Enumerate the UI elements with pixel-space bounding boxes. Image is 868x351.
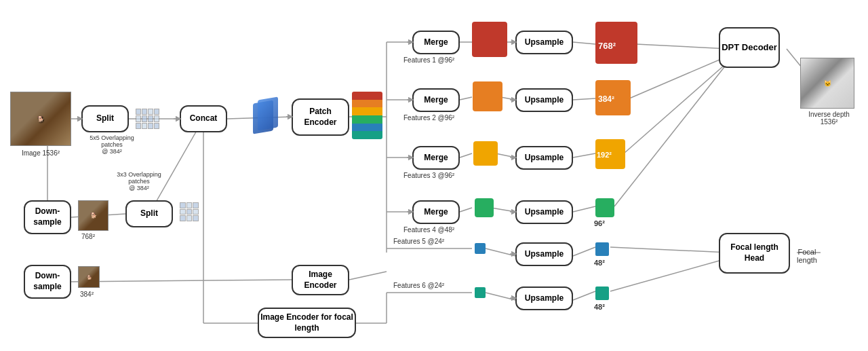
svg-line-26: [573, 291, 595, 300]
image-encoder-box: Image Encoder: [292, 265, 349, 295]
merge1-box: Merge: [412, 31, 460, 54]
feature5-dot-out: [595, 242, 609, 256]
color-green-merge: [475, 198, 494, 217]
merge4-box: Merge: [412, 200, 460, 224]
size-384-label: 384²: [598, 94, 614, 104]
svg-line-42: [349, 272, 387, 280]
feature6-dot-out: [595, 287, 609, 300]
upsample3-box: Upsample: [515, 146, 573, 170]
size-192-label: 192²: [597, 151, 612, 159]
svg-line-22: [486, 248, 515, 256]
upsample4-box: Upsample: [515, 200, 573, 224]
svg-line-18: [573, 98, 595, 100]
downsample1-box: Down- sample: [24, 200, 71, 234]
split2-box: Split: [125, 200, 173, 227]
features6-label: Features 6 @24²: [393, 282, 444, 289]
svg-line-15: [496, 153, 515, 158]
upsample2-box: Upsample: [515, 88, 573, 112]
patches-3x3-label: 3x3 Overlappingpatches@ 384²: [105, 171, 173, 191]
features3-label: Features 3 @96²: [403, 172, 454, 179]
svg-line-11: [460, 153, 472, 158]
output-image: 🐱: [800, 58, 854, 109]
downsample2-image: 🐕: [78, 266, 100, 288]
merge2-box: Merge: [412, 88, 460, 112]
svg-line-41: [71, 280, 292, 282]
main-image-label: Image 1536²: [14, 149, 68, 157]
features2-label: Features 2 @96²: [403, 114, 454, 122]
feature6-dot-in: [475, 287, 486, 298]
upsample1-box: Upsample: [515, 31, 573, 54]
focal-length-output-label: Focallength: [797, 248, 817, 264]
svg-line-31: [610, 247, 729, 253]
svg-line-32: [610, 258, 729, 291]
dpt-decoder-box: DPT Decoder: [719, 27, 780, 68]
svg-line-40: [149, 119, 203, 214]
main-image: 🐕: [10, 92, 71, 146]
architecture-diagram: 🐕 Image 1536² Split 5x5 Overlappingpatch…: [0, 0, 868, 351]
size-96-label: 96²: [594, 219, 605, 227]
merge3-box: Merge: [412, 146, 460, 170]
svg-line-12: [460, 208, 472, 212]
svg-line-20: [573, 206, 595, 212]
svg-line-27: [636, 44, 729, 49]
svg-line-29: [624, 61, 729, 153]
features5-label: Features 5 @24²: [393, 238, 444, 245]
size-48-f6-label: 48²: [594, 303, 605, 311]
focal-head-box: Focal length Head: [719, 233, 790, 274]
split1-box: Split: [81, 105, 129, 132]
patches-5x5-label: 5x5 Overlappingpatches@ 384²: [78, 134, 146, 155]
ds1-size-label: 768²: [81, 233, 95, 240]
svg-line-25: [486, 293, 515, 300]
svg-line-14: [500, 97, 515, 100]
svg-line-17: [573, 42, 595, 44]
size-48-f5-label: 48²: [594, 259, 605, 267]
svg-line-19: [573, 153, 595, 158]
svg-line-16: [491, 208, 515, 212]
features1-label: Features 1 @96²: [403, 56, 454, 64]
svg-line-23: [573, 247, 595, 256]
patch-encoder-box: Patch Encoder: [292, 98, 349, 136]
svg-line-28: [629, 56, 729, 98]
feature5-dot-in: [475, 243, 486, 254]
inverse-depth-label: Inverse depth1536²: [800, 111, 858, 126]
size-768-label: 768²: [598, 41, 616, 51]
upsample6-box: Upsample: [515, 287, 573, 310]
upsample5-box: Upsample: [515, 242, 573, 266]
color-yellow-merge: [473, 141, 498, 166]
concat-box: Concat: [180, 105, 227, 132]
downsample1-image: 🐕: [78, 200, 108, 231]
svg-line-10: [460, 97, 472, 100]
svg-line-30: [614, 61, 729, 206]
color-orange-merge: [473, 81, 502, 111]
downsample2-box: Down- sample: [24, 265, 71, 299]
color-red-merge: [472, 22, 507, 57]
features4-label: Features 4 @48²: [403, 226, 454, 234]
ds2-size-label: 384²: [80, 291, 94, 298]
image-encoder-focal-box: Image Encoder for focal length: [258, 308, 356, 338]
color-green-out: [595, 198, 614, 217]
